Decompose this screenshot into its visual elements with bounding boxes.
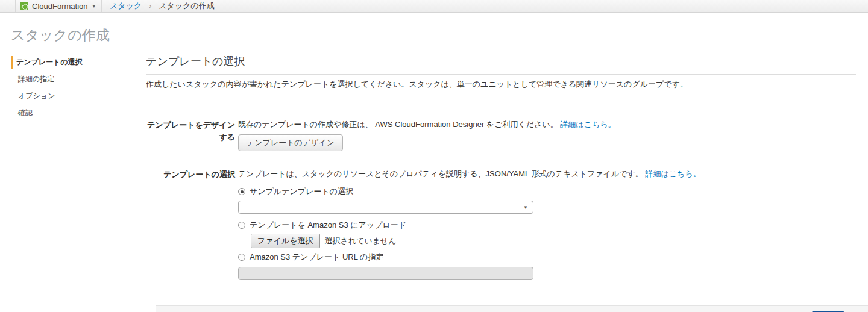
section-heading: テンプレートの選択 [146,54,856,69]
choose-learn-more-link[interactable]: 詳細はこちら。 [645,169,700,178]
design-learn-more-link[interactable]: 詳細はこちら。 [560,120,615,129]
breadcrumb-separator: › [149,2,151,10]
design-template-row: テンプレートをデザインする 既存のテンプレートの作成や修正は、 AWS Clou… [146,119,856,151]
s3-template-url-input[interactable] [238,267,533,280]
radio-specify-url[interactable]: Amazon S3 テンプレート URL の指定 [238,252,856,263]
design-template-button[interactable]: テンプレートのデザイン [238,134,343,151]
choose-template-row: テンプレートの選択 テンプレートは、スタックのリソースとそのプロパティを説明する… [146,169,856,280]
content-layout: テンプレートの選択 詳細の指定 オプション 確認 テンプレートの選択 作成したい… [0,54,868,280]
design-template-text-body: 既存のテンプレートの作成や修正は、 AWS CloudFormation Des… [238,120,558,129]
choose-template-text: テンプレートは、スタックのリソースとそのプロパティを説明する、JSON/YAML… [238,169,856,179]
radio-button-icon[interactable] [238,188,245,195]
breadcrumb: スタック › スタックの作成 [102,1,215,11]
cloudformation-icon [20,2,28,10]
sidebar-item-review[interactable]: 確認 [11,107,146,119]
radio-button-icon[interactable] [238,222,245,229]
sidebar-item-options[interactable]: オプション [11,90,146,102]
choose-template-text-body: テンプレートは、スタックのリソースとそのプロパティを説明する、JSON/YAML… [238,169,643,178]
topbar-left-pad [0,0,16,12]
sidebar-item-specify-details[interactable]: 詳細の指定 [11,73,146,86]
choose-template-label: テンプレートの選択 [146,169,235,280]
radio-button-icon[interactable] [238,254,245,261]
wizard-steps-sidebar: テンプレートの選択 詳細の指定 オプション 確認 [0,54,146,280]
breadcrumb-stacks-link[interactable]: スタック [110,1,142,11]
section-description: 作成したいスタックの内容が書かれたテンプレートを選択してください。スタックは、単… [146,79,856,90]
wizard-footer-bar: キャンセル 次へ [156,305,868,312]
design-template-text: 既存のテンプレートの作成や修正は、 AWS CloudFormation Des… [238,119,856,130]
sample-template-select[interactable]: ▼ [238,201,533,214]
service-menu-cloudformation[interactable]: CloudFormation ▾ [16,0,102,12]
select-dropdown-arrow-icon: ▼ [523,205,528,210]
design-template-content: 既存のテンプレートの作成や修正は、 AWS CloudFormation Des… [235,119,856,151]
breadcrumb-current: スタックの作成 [159,1,215,11]
choose-file-button[interactable]: ファイルを選択 [251,234,320,248]
radio-sample-template-label: サンプルテンプレートの選択 [250,186,353,197]
file-upload-row: ファイルを選択 選択されていません [251,234,856,248]
radio-specify-url-label: Amazon S3 テンプレート URL の指定 [250,252,383,263]
chevron-down-icon: ▾ [93,3,96,9]
main-panel: テンプレートの選択 作成したいスタックの内容が書かれたテンプレートを選択してくだ… [146,54,856,280]
file-status-text: 選択されていません [325,236,397,246]
heading-divider [146,74,856,75]
radio-sample-template[interactable]: サンプルテンプレートの選択 [238,186,856,197]
radio-upload-s3[interactable]: テンプレートを Amazon S3 にアップロード [238,220,856,231]
radio-upload-s3-label: テンプレートを Amazon S3 にアップロード [250,220,406,231]
top-navigation-bar: CloudFormation ▾ スタック › スタックの作成 [0,0,868,13]
page-title: スタックの作成 [11,26,868,45]
sidebar-item-select-template[interactable]: テンプレートの選択 [11,56,146,69]
service-name: CloudFormation [32,2,88,11]
design-template-label: テンプレートをデザインする [146,119,235,151]
choose-template-content: テンプレートは、スタックのリソースとそのプロパティを説明する、JSON/YAML… [235,169,856,280]
